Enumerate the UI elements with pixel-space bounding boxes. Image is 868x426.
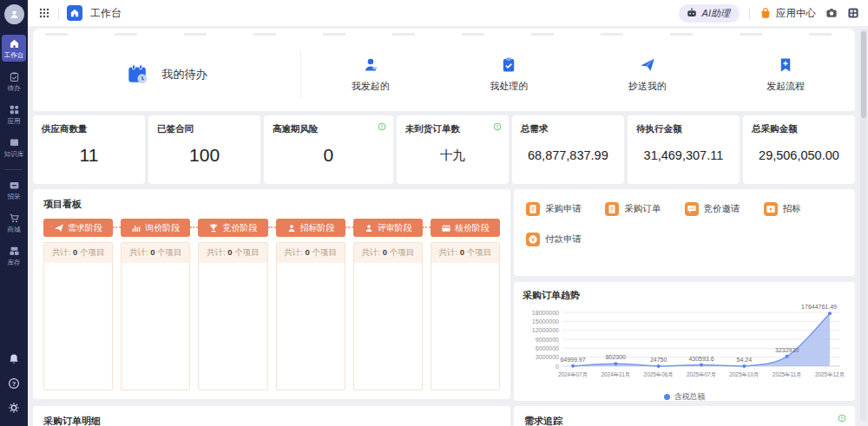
topbar: 工作台 AI助理 应用中心 xyxy=(28,0,868,26)
legend-label: 含税总额 xyxy=(674,391,706,403)
home-icon xyxy=(9,38,20,49)
home-chip[interactable] xyxy=(67,5,82,21)
stage-label: 招标阶段 xyxy=(300,222,335,234)
project-board-card: 项目看板 需求阶段 共计: 0 个项目 xyxy=(33,189,510,399)
stat-card: 总需求 68,877,837.99 xyxy=(512,115,624,184)
sidebar-item-label: 工作台 xyxy=(4,51,24,59)
stage-header[interactable]: 询价阶段 xyxy=(121,219,190,237)
legend-item[interactable]: 含税总额 xyxy=(523,391,846,403)
sidebar-item[interactable]: 招采 xyxy=(2,176,26,203)
stage-label: 需求阶段 xyxy=(68,222,102,234)
stage-column: 询价阶段 共计: 0 个项目 xyxy=(121,219,190,390)
stage-count: 共计: 0 个项目 xyxy=(431,243,499,263)
order-icon xyxy=(607,204,617,214)
sidebar-item-label: 招采 xyxy=(7,193,20,200)
stat-card: 供应商数量 11 xyxy=(33,115,145,184)
app-center-button[interactable]: 应用中心 xyxy=(760,7,816,20)
stage-header[interactable]: 竞价阶段 xyxy=(198,219,267,237)
quick-link[interactable]: 采购申请 xyxy=(526,202,605,216)
stat-card: 未到货订单数 十九 xyxy=(397,115,509,184)
quick-action-button[interactable]: 抄送我的 xyxy=(578,56,717,93)
quick-link-label: 招标 xyxy=(783,203,801,215)
quick-action-button[interactable]: 发起流程 xyxy=(717,56,856,93)
ai-assistant-button[interactable]: AI助理 xyxy=(679,4,740,23)
svg-text:?: ? xyxy=(12,380,16,388)
stage-header[interactable]: 核价阶段 xyxy=(431,219,500,237)
svg-text:64999.97: 64999.97 xyxy=(560,357,585,363)
stage-header[interactable]: 招标阶段 xyxy=(276,219,345,237)
svg-text:2025年12月: 2025年12月 xyxy=(815,371,845,378)
stage-header[interactable]: 需求阶段 xyxy=(43,219,113,237)
app-grid-icon[interactable] xyxy=(38,7,50,19)
demand-trace-title: 需求追踪 xyxy=(524,415,845,426)
cutoff-content-hint xyxy=(45,33,843,36)
stage-column: 招标阶段 共计: 0 个项目 xyxy=(276,219,345,390)
project-board-title: 项目看板 xyxy=(43,198,500,211)
info-icon[interactable] xyxy=(378,122,386,131)
stat-label: 未到货订单数 xyxy=(405,123,500,135)
sidebar-item[interactable]: 工作台 xyxy=(2,35,26,62)
qr-code-icon[interactable] xyxy=(847,7,859,19)
stage-label: 竞价阶段 xyxy=(222,222,257,234)
stage-count: 共计: 0 个项目 xyxy=(122,243,189,263)
my-todo-button[interactable]: 我的待办 xyxy=(33,63,300,86)
quick-action-label: 发起流程 xyxy=(766,80,805,93)
camera-icon[interactable] xyxy=(825,7,838,19)
quick-links-grid: 采购申请 采购订单 竞价邀请 招标 xyxy=(526,202,843,246)
quick-links-card: 采购申请 采购订单 竞价邀请 招标 xyxy=(514,189,855,276)
sidebar-item[interactable]: 商城 xyxy=(2,209,26,236)
todo-icon xyxy=(9,71,20,82)
gear-icon[interactable] xyxy=(8,402,20,414)
quick-link[interactable]: 招标 xyxy=(764,202,843,216)
sidebar-item[interactable]: 应用 xyxy=(2,101,26,128)
send-icon xyxy=(54,223,64,233)
quick-action-button[interactable]: 我处理的 xyxy=(440,56,579,93)
sidebar-item-label: 待办 xyxy=(7,84,20,92)
stat-value: 29,506,050.00 xyxy=(752,135,846,179)
topbar-divider xyxy=(58,8,59,19)
stage-body: 共计: 0 个项目 xyxy=(121,242,190,390)
info-icon[interactable] xyxy=(838,414,846,423)
stat-card: 待执行金额 31,469,307.11 xyxy=(628,115,740,184)
quick-link-label: 采购申请 xyxy=(545,203,582,215)
user-avatar[interactable] xyxy=(4,4,24,24)
stage-column: 竞价阶段 共计: 0 个项目 xyxy=(198,219,267,390)
demand-trace-card: 需求追踪 xyxy=(514,406,855,426)
quick-link-label: 付款申请 xyxy=(545,233,582,246)
stage-label: 评审阶段 xyxy=(378,222,412,234)
stat-label: 高逾期风险 xyxy=(273,123,385,135)
robot-icon xyxy=(686,7,698,19)
boxes-icon xyxy=(9,246,20,257)
legend-marker xyxy=(664,394,670,400)
stage-columns: 需求阶段 共计: 0 个项目 询价阶段 xyxy=(43,219,500,390)
quick-action-button[interactable]: 我发起的 xyxy=(301,56,440,93)
bar-chart-icon xyxy=(131,223,141,233)
quick-action-label: 我发起的 xyxy=(352,80,390,93)
vertical-scrollbar xyxy=(860,29,867,422)
stage-header[interactable]: 评审阶段 xyxy=(353,219,423,237)
scrollbar-thumb[interactable] xyxy=(861,31,866,118)
bell-icon[interactable] xyxy=(8,353,20,365)
stage-count: 共计: 0 个项目 xyxy=(199,243,266,263)
quick-link-label: 竞价邀请 xyxy=(704,203,740,215)
sidebar-divider xyxy=(5,169,23,170)
quick-link[interactable]: 竞价邀请 xyxy=(685,202,764,216)
stage-count: 共计: 0 个项目 xyxy=(277,243,345,263)
info-icon[interactable] xyxy=(493,122,502,131)
sidebar-item[interactable]: 知识库 xyxy=(2,134,26,161)
sidebar-nav: 工作台 待办 应用 xyxy=(0,35,28,275)
help-icon[interactable]: ? xyxy=(8,377,20,390)
sidebar-bottom-icons: ? xyxy=(8,353,20,414)
card-icon xyxy=(9,180,20,191)
cart-icon xyxy=(9,213,20,224)
quick-link[interactable]: 采购订单 xyxy=(605,202,684,216)
home-icon xyxy=(69,8,80,18)
svg-text:2024年11月: 2024年11月 xyxy=(602,371,631,378)
sidebar-item[interactable]: 库存 xyxy=(2,242,26,269)
stat-value: 68,877,837.99 xyxy=(521,135,615,179)
svg-text:54.24: 54.24 xyxy=(737,357,753,363)
stat-value: 11 xyxy=(42,135,136,179)
quick-link[interactable]: 付款申请 xyxy=(526,233,605,246)
clipboard-check-icon xyxy=(500,56,517,74)
sidebar-item[interactable]: 待办 xyxy=(2,68,26,95)
